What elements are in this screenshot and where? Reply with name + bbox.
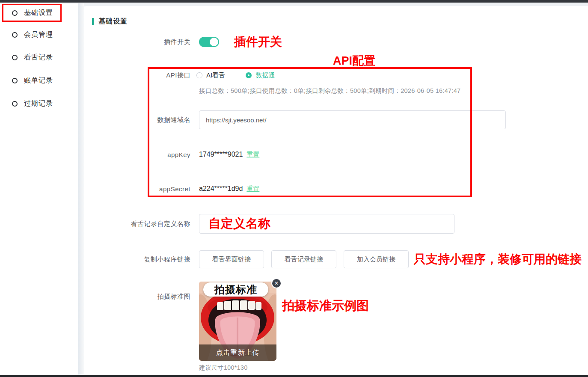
radio-selected-icon bbox=[246, 72, 252, 78]
api-interface-label: API接口 bbox=[84, 71, 190, 80]
sidebar: 基础设置 会员管理 看舌记录 账单记录 过期记录 bbox=[0, 3, 78, 375]
miniprogram-links-label: 复制小程序链接 bbox=[84, 255, 190, 264]
domain-label: 数据通域名 bbox=[84, 116, 190, 124]
photo-standard-label: 拍摄标准图 bbox=[84, 282, 190, 301]
data-channel-domain-row: 数据通域名 bbox=[84, 110, 506, 129]
appsecret-label: appSecret bbox=[84, 185, 190, 193]
photo-preview[interactable]: 拍摄标准 点击重新上传 bbox=[199, 282, 276, 361]
photo-uploader: 拍摄标准 点击重新上传 ✕ 建议尺寸100*130 bbox=[199, 282, 276, 372]
circle-bullet-icon bbox=[12, 10, 18, 16]
tongue-record-link-button[interactable]: 看舌记录链接 bbox=[271, 250, 336, 268]
appkey-reset-link[interactable]: 重置 bbox=[246, 151, 259, 159]
photo-standard-badge: 拍摄标准 bbox=[203, 282, 268, 297]
appsecret-row: appSecret a224*****1d9d 重置 bbox=[84, 183, 259, 194]
circle-bullet-icon bbox=[12, 101, 18, 107]
section-accent-bar bbox=[92, 18, 94, 25]
circle-bullet-icon bbox=[12, 55, 18, 60]
radio-option-ai-tongue[interactable]: AI看舌 bbox=[196, 71, 225, 80]
domain-input[interactable] bbox=[199, 110, 506, 129]
reupload-overlay[interactable]: 点击重新上传 bbox=[199, 344, 276, 361]
sidebar-item-tongue-records[interactable]: 看舌记录 bbox=[0, 49, 78, 66]
page-title: 基础设置 bbox=[98, 17, 128, 26]
sidebar-item-label: 会员管理 bbox=[24, 30, 53, 39]
section-header: 基础设置 bbox=[92, 17, 128, 26]
appsecret-value: a224*****1d9d bbox=[199, 185, 243, 193]
sidebar-item-expired-records[interactable]: 过期记录 bbox=[0, 95, 78, 112]
circle-bullet-icon bbox=[12, 78, 18, 83]
sidebar-item-label: 看舌记录 bbox=[24, 53, 53, 62]
api-interface-row: API接口 AI看舌 数据通 bbox=[84, 70, 275, 81]
plugin-settings-page: 基础设置 会员管理 看舌记录 账单记录 过期记录 基础设置 插件开关 bbox=[0, 0, 588, 377]
photo-size-hint: 建议尺寸100*130 bbox=[199, 364, 276, 372]
sidebar-item-label: 过期记录 bbox=[24, 99, 53, 108]
custom-name-input[interactable] bbox=[199, 214, 454, 234]
annotation-plugin-switch: 插件开关 bbox=[234, 34, 282, 50]
plugin-switch-label: 插件开关 bbox=[84, 38, 190, 46]
radio-option-label: AI看舌 bbox=[206, 71, 225, 80]
api-quota-stats: 接口总数：500单;接口使用总数：0单;接口剩余总数：500单;到期时间：202… bbox=[199, 87, 460, 95]
sidebar-item-label: 基础设置 bbox=[24, 9, 53, 18]
appkey-row: appKey 1749*****9021 重置 bbox=[84, 149, 259, 160]
appsecret-reset-link[interactable]: 重置 bbox=[246, 185, 259, 193]
close-icon: ✕ bbox=[274, 281, 279, 286]
main-panel: 基础设置 插件开关 插件开关 API配置 API接口 AI看舌 数据通 接口总数… bbox=[84, 6, 588, 375]
sidebar-item-member-management[interactable]: 会员管理 bbox=[0, 26, 78, 43]
radio-option-label: 数据通 bbox=[255, 71, 275, 80]
custom-name-row: 看舌记录自定义名称 bbox=[84, 214, 454, 234]
sidebar-divider bbox=[78, 3, 84, 375]
tongue-ui-link-button[interactable]: 看舌界面链接 bbox=[199, 250, 264, 268]
annotation-api-config: API配置 bbox=[333, 53, 375, 68]
annotation-links-note: 只支持小程序，装修可用的链接 bbox=[414, 251, 582, 267]
taskbar-strip bbox=[0, 375, 588, 377]
appkey-label: appKey bbox=[84, 151, 190, 158]
photo-standard-row: 拍摄标准图 bbox=[84, 282, 276, 372]
sidebar-item-bill-records[interactable]: 账单记录 bbox=[0, 72, 78, 89]
join-member-link-button[interactable]: 加入会员链接 bbox=[344, 250, 409, 268]
custom-name-label: 看舌记录自定义名称 bbox=[84, 220, 190, 228]
sidebar-item-basic-settings[interactable]: 基础设置 bbox=[0, 4, 78, 21]
radio-unselected-icon bbox=[196, 72, 202, 78]
miniprogram-links-row: 复制小程序链接 看舌界面链接 看舌记录链接 加入会员链接 只支持小程序，装修可用… bbox=[84, 250, 582, 268]
plugin-switch-row: 插件开关 插件开关 bbox=[84, 36, 282, 47]
circle-bullet-icon bbox=[12, 32, 18, 38]
annotation-photo-example: 拍摄标准示例图 bbox=[282, 297, 369, 315]
radio-option-data-channel[interactable]: 数据通 bbox=[246, 71, 275, 80]
plugin-switch-toggle[interactable] bbox=[199, 37, 219, 47]
remove-photo-button[interactable]: ✕ bbox=[271, 278, 282, 288]
appkey-value: 1749*****9021 bbox=[199, 151, 243, 158]
sidebar-item-label: 账单记录 bbox=[24, 76, 53, 85]
